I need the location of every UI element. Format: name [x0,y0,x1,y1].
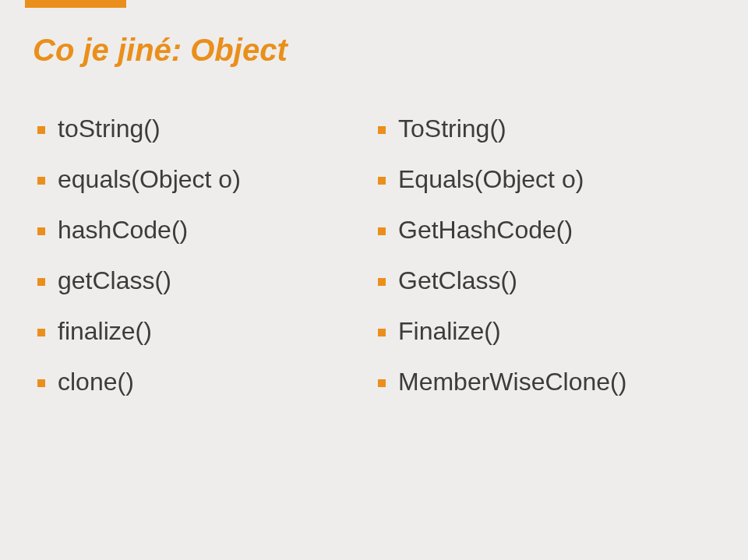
bullet-icon [37,329,45,336]
bullet-icon [378,126,386,134]
item-text: equals(Object o) [58,165,241,194]
list-item: Equals(Object o) [378,165,711,194]
item-text: GetHashCode() [398,216,573,245]
accent-bar [25,0,126,8]
bullet-icon [37,278,45,286]
list-item: ToString() [378,114,711,143]
columns: toString() equals(Object o) hashCode() g… [37,114,711,418]
list-item: finalize() [37,317,370,346]
list-item: hashCode() [37,216,370,245]
bullet-icon [37,177,45,185]
bullet-icon [378,329,386,336]
right-column: ToString() Equals(Object o) GetHashCode(… [378,114,711,418]
item-text: getClass() [58,266,171,295]
left-column: toString() equals(Object o) hashCode() g… [37,114,370,418]
item-text: Equals(Object o) [398,165,584,194]
list-item: clone() [37,368,370,396]
list-item: equals(Object o) [37,165,370,194]
item-text: Finalize() [398,317,501,346]
bullet-icon [37,126,45,134]
slide-content: Co je jiné: Object toString() equals(Obj… [0,0,748,418]
list-item: Finalize() [378,317,711,346]
item-text: GetClass() [398,266,517,295]
item-text: clone() [58,368,134,396]
item-text: finalize() [58,317,152,346]
item-text: toString() [58,114,161,143]
item-text: hashCode() [58,216,188,245]
list-item: MemberWiseClone() [378,368,711,396]
list-item: getClass() [37,266,370,295]
bullet-icon [378,177,386,185]
item-text: ToString() [398,114,506,143]
item-text: MemberWiseClone() [398,368,626,396]
list-item: GetClass() [378,266,711,295]
bullet-icon [37,227,45,235]
list-item: GetHashCode() [378,216,711,245]
bullet-icon [37,379,45,387]
bullet-icon [378,227,386,235]
bullet-icon [378,278,386,286]
bullet-icon [378,379,386,387]
slide-title: Co je jiné: Object [33,33,711,68]
list-item: toString() [37,114,370,143]
